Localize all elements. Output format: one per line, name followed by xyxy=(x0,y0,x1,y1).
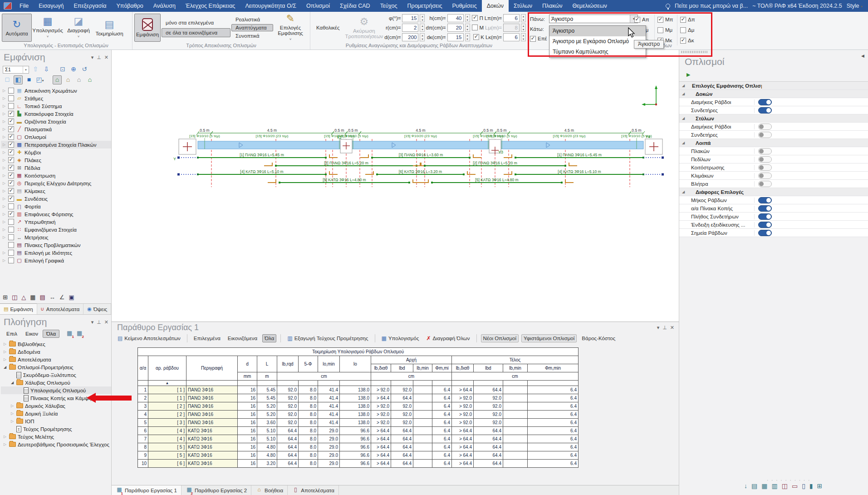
ribbon-checkbox-K[interactable] xyxy=(473,34,479,40)
style-menu[interactable]: Style ▾ xyxy=(847,3,863,9)
weight-cost-button[interactable]: Βάρος-Κόστος xyxy=(579,334,618,342)
zoom-window-icon[interactable]: ⊡ xyxy=(58,65,67,74)
spin-down-icon[interactable]: ▾ xyxy=(466,37,470,41)
spin-up-icon[interactable]: ▴ xyxy=(521,15,525,18)
close-icon[interactable]: ✕ xyxy=(104,319,108,325)
expander-icon[interactable]: ▷ xyxy=(2,212,6,216)
visibility-checkbox[interactable] xyxy=(8,257,14,263)
export-boq-button[interactable]: ▥Εξαγωγή Τεύχους Προμέτρησης xyxy=(285,334,370,343)
expander-icon[interactable]: ▷ xyxy=(2,96,6,100)
nav-item-Δομική Ξυλεία[interactable]: ▷Δομική Ξυλεία xyxy=(1,410,111,417)
model-render-2-icon[interactable]: ⌂ xyxy=(64,75,73,84)
expander-icon[interactable]: ▷ xyxy=(2,104,6,108)
display-tree-item[interactable]: ▤Πίνακες Προβληματικών xyxy=(1,241,111,249)
expander-icon[interactable]: ▷ xyxy=(3,350,7,354)
nav-item-ΙΟΠ[interactable]: ▷ΙΟΠ xyxy=(1,417,111,425)
column-header[interactable]: 5-Φ xyxy=(299,356,318,372)
expander-icon[interactable]: ▷ xyxy=(2,181,6,185)
level-combobox[interactable]: Σ1▾ xyxy=(3,66,29,74)
visibility-checkbox[interactable] xyxy=(8,227,14,233)
visibility-checkbox[interactable] xyxy=(8,111,14,117)
all-filter-button[interactable]: Όλα xyxy=(262,334,276,342)
menu-tab-Προμετρήσεις[interactable]: Προμετρήσεις xyxy=(402,0,447,12)
expander-icon[interactable]: ▷ xyxy=(2,143,6,147)
expander-icon[interactable]: ▷ xyxy=(3,442,7,446)
column-header[interactable]: αρ. ράβδου xyxy=(148,356,186,381)
column-header[interactable]: lb,min xyxy=(503,364,528,372)
column-header[interactable]: lbd xyxy=(474,364,503,372)
select-add-icon[interactable]: ⊞ xyxy=(3,294,8,301)
visibility-checkbox[interactable] xyxy=(8,250,14,256)
spinner-input[interactable]: 6 xyxy=(503,14,520,22)
visibility-checkbox[interactable] xyxy=(8,119,14,124)
display-tree-item[interactable]: ▷▙Κατακόρυφα Στοιχεία xyxy=(1,110,111,118)
status-icon-2[interactable]: ▤ xyxy=(751,482,757,490)
nav-item-Χάλυβας Οπλισμού[interactable]: ◢Χάλυβας Οπλισμού xyxy=(1,379,111,386)
expander-icon[interactable]: ▷ xyxy=(2,258,6,262)
spinner-arrows[interactable]: ▴▾ xyxy=(521,24,526,32)
column-header[interactable]: lb,rqd xyxy=(277,356,299,372)
workwindow-grid-2-icon[interactable]: ▦2 xyxy=(75,330,84,338)
column-header[interactable]: α/α xyxy=(138,356,148,381)
selected-filter-button[interactable]: Επιλεγμένα xyxy=(191,334,223,342)
expander-icon[interactable]: ▷ xyxy=(2,235,6,239)
menu-tab-Οπλισμοί[interactable]: Οπλισμοί xyxy=(301,0,335,12)
ribbon-checkbox-Π[interactable] xyxy=(472,15,478,21)
toggle-switch[interactable] xyxy=(758,205,772,212)
column-header[interactable]: lb,min xyxy=(413,364,432,372)
expander-icon[interactable]: ◢ xyxy=(10,381,15,385)
ribbon-checkbox-M[interactable] xyxy=(472,25,478,30)
checkbox[interactable] xyxy=(680,27,686,33)
display-tree-item[interactable]: ▷▬Συνδέσεις xyxy=(1,195,111,203)
nav-item-Δομικός Χάλυβας[interactable]: ▷Δομικός Χάλυβας xyxy=(1,402,111,410)
display-tree-item[interactable]: ▷▢Επιλογή Γραφικά xyxy=(1,257,111,264)
spin-up-icon[interactable]: ▴ xyxy=(466,34,470,37)
elements-icon[interactable]: ▣ xyxy=(69,294,74,301)
panel-tab-Αποτελέσματα[interactable]: ∪Αποτελέσματα xyxy=(37,304,84,314)
column-header[interactable]: cm xyxy=(452,372,579,381)
display-tree-item[interactable]: ▷◈Πλάκες xyxy=(1,156,111,164)
status-icon-4[interactable]: ▥ xyxy=(771,482,777,490)
collapse-panel-icon[interactable]: ◀ xyxy=(861,54,864,58)
level-up-icon[interactable]: ⇧ xyxy=(31,65,40,74)
panel-menu-icon[interactable]: ▾ xyxy=(91,54,94,60)
nav-item-Δευτεροβάθμιος Προσεισμικός Έλεγχος[interactable]: ▷Δευτεροβάθμιος Προσεισμικός Έλεγχος xyxy=(1,441,111,448)
show-reinforcement-button[interactable]: Εμφάνιση xyxy=(134,14,161,42)
bar-annotation-check-Δπ[interactable]: Δπ xyxy=(677,15,700,24)
display-tree-item[interactable]: ▷↔Μετρήσεις xyxy=(1,233,111,241)
expander-icon[interactable]: ▷ xyxy=(2,119,6,124)
nav-item-Βιβλιοθήκες[interactable]: ▷Βιβλιοθήκες xyxy=(1,340,111,348)
visibility-checkbox[interactable] xyxy=(8,103,14,109)
spinner-input[interactable]: 2 xyxy=(402,24,418,32)
expander-icon[interactable]: ▷ xyxy=(2,127,6,131)
toggle-switch[interactable] xyxy=(758,173,772,179)
toggle-switch[interactable] xyxy=(758,230,772,236)
table-row[interactable]: 2[ 1 ]ΠΑΝΩ 3Φ16165.4592.08.041.4138.0> 6… xyxy=(138,394,579,402)
work-tab-Παράθυρο Εργασίας 1[interactable]: ▦1Παράθυρο Εργασίας 1 xyxy=(112,485,181,495)
status-icon-1[interactable]: ↓ xyxy=(744,482,747,490)
panel-menu-icon[interactable]: ▾ xyxy=(91,319,94,325)
spin-up-icon[interactable]: ▴ xyxy=(521,34,525,37)
display-tree-item[interactable]: ▷▩Πεπερασμένα Στοιχεία Πλακών xyxy=(1,141,111,148)
menu-tab-Στύλων[interactable]: Στύλων xyxy=(509,0,537,12)
display-tree-item[interactable]: ▷╱Πλασματικά xyxy=(1,125,111,133)
visibility-checkbox[interactable] xyxy=(8,142,14,148)
dropdown-item[interactable]: Τύμπανο Καμπύλωσης xyxy=(549,47,646,57)
display-tree-item[interactable]: ▷▱Στάθμες xyxy=(1,94,111,102)
visibility-checkbox[interactable] xyxy=(8,196,14,202)
display-tree-item[interactable]: ▷∟Τοπικό Σύστημα xyxy=(1,102,111,110)
work-tab-Βοήθεια[interactable]: ⌂Βοήθεια xyxy=(251,485,288,495)
drawing-canvas[interactable]: 0.5 m[15] Φ10/10 (5 τεμ)4.5 m[15] Φ10/20… xyxy=(112,50,679,322)
column-header[interactable]: Περιγραφή xyxy=(186,356,238,381)
spinner-arrows[interactable]: ▴▾ xyxy=(465,24,470,32)
checkbox[interactable] xyxy=(680,17,686,23)
expander-icon[interactable]: ▷ xyxy=(2,89,6,93)
table-row[interactable]: 9[ 5 ]ΚΑΤΩ 3Φ16164.8064.48.029.096.6> 64… xyxy=(138,451,579,460)
menu-tab-Εισαγωγή[interactable]: Εισαγωγή xyxy=(34,0,69,12)
toggle-switch[interactable] xyxy=(758,156,772,163)
documentation-button[interactable]: ▤ Τεκμηρίωση xyxy=(94,14,124,42)
pin-icon[interactable]: ⊥ xyxy=(97,319,101,325)
table-row[interactable]: 6[ 4 ]ΚΑΤΩ 3Φ16165.1064.48.029.096.6> 64… xyxy=(138,427,579,435)
toggle-switch[interactable] xyxy=(758,164,772,171)
expander-icon[interactable]: ▷ xyxy=(2,197,6,201)
